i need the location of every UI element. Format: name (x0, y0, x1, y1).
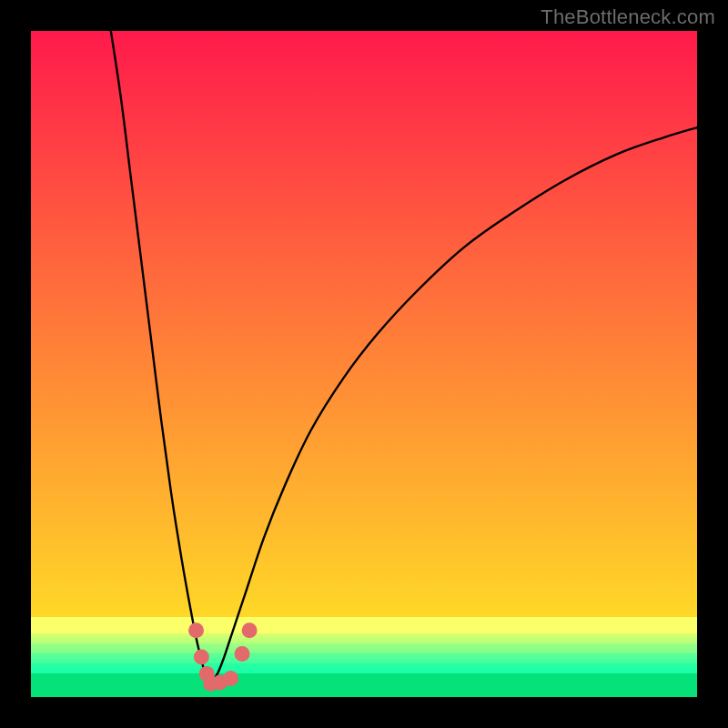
watermark-text: TheBottleneck.com (541, 5, 715, 29)
data-marker (242, 622, 258, 638)
data-markers (188, 622, 258, 692)
data-marker (194, 650, 209, 665)
data-marker (223, 671, 238, 686)
curve-layer (31, 31, 697, 697)
left-branch-curve (111, 31, 211, 683)
data-marker (235, 646, 250, 662)
plot-area (31, 31, 697, 697)
right-branch-curve (211, 127, 697, 683)
data-marker (188, 622, 204, 638)
chart-frame: TheBottleneck.com (0, 0, 728, 728)
